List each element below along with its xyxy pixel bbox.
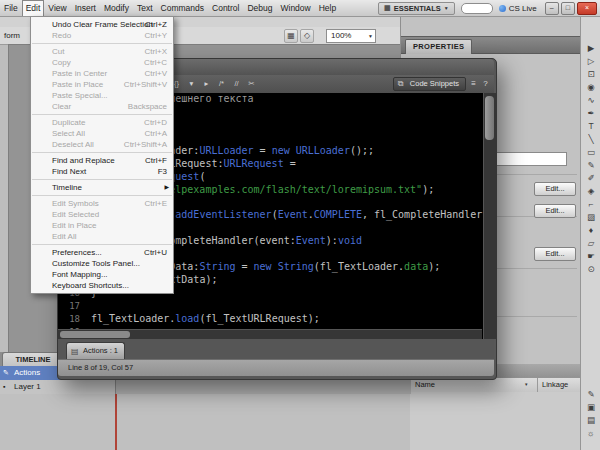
- application-bar: FileEditViewInsertModifyTextCommandsCont…: [0, 0, 600, 17]
- block-comment-icon[interactable]: /*: [214, 77, 229, 90]
- edit-scene-icon[interactable]: ▦: [284, 29, 298, 43]
- code-segment: );: [428, 261, 440, 272]
- edit-menu-item-undo-clear-frame-selection[interactable]: Undo Clear Frame SelectionCtrl+Z: [31, 19, 173, 30]
- free-transform-tool-icon[interactable]: ⊡: [581, 68, 600, 81]
- eraser-tool-icon[interactable]: ▱: [581, 237, 600, 250]
- edit-menu-item-paste-special[interactable]: Paste Special...: [31, 90, 173, 101]
- deco-tool-icon[interactable]: ◈: [581, 185, 600, 198]
- edit-button[interactable]: Edit...: [534, 204, 576, 218]
- library-list[interactable]: [400, 392, 581, 450]
- edit-menu-item-timeline[interactable]: Timeline▶: [31, 182, 173, 193]
- code-segment: =: [284, 158, 302, 169]
- brush-tool-icon[interactable]: ✐: [581, 172, 600, 185]
- help-icon[interactable]: ?: [480, 78, 491, 89]
- text-tool-icon[interactable]: T: [581, 120, 600, 133]
- line-tool-icon[interactable]: ╲: [581, 133, 600, 146]
- edit-menu-item-paste-in-place[interactable]: Paste in PlaceCtrl+Shift+V: [31, 79, 173, 90]
- edit-menu-item-paste-in-center[interactable]: Paste in CenterCtrl+V: [31, 68, 173, 79]
- fill-color-icon[interactable]: ▣: [581, 401, 600, 414]
- code-segment: URLLoader: [296, 145, 350, 156]
- edit-menu-item-copy[interactable]: CopyCtrl+C: [31, 57, 173, 68]
- restore-icon[interactable]: □: [561, 2, 575, 15]
- panel-menu-icon[interactable]: ≡: [468, 78, 479, 89]
- scrollbar-thumb[interactable]: [485, 96, 494, 140]
- hand-tool-icon[interactable]: ☛: [581, 250, 600, 263]
- collapse-selection-icon[interactable]: ▾: [184, 77, 199, 90]
- edit-menu-item-find-next[interactable]: Find NextF3: [31, 166, 173, 177]
- timeline-layer-row[interactable]: ▪Layer 1: [0, 380, 115, 394]
- menu-item-label: Font Mapping...: [52, 270, 108, 279]
- library-column-linkage: Linkage: [542, 380, 568, 389]
- menubar-item-commands[interactable]: Commands: [157, 0, 208, 16]
- edit-menu-item-deselect-all[interactable]: Deselect AllCtrl+Shift+A: [31, 139, 173, 150]
- menubar-item-window[interactable]: Window: [276, 0, 314, 16]
- menubar-item-edit[interactable]: Edit: [22, 0, 45, 16]
- menu-separator: [32, 179, 172, 180]
- code-line: 17: [58, 300, 494, 313]
- edit-menu-item-clear[interactable]: ClearBackspace: [31, 101, 173, 112]
- edit-menu-item-font-mapping[interactable]: Font Mapping...: [31, 269, 173, 280]
- menubar-item-debug[interactable]: Debug: [243, 0, 276, 16]
- timeline-playhead[interactable]: [115, 394, 117, 450]
- lasso-tool-icon[interactable]: ∿: [581, 94, 600, 107]
- menubar-item-view[interactable]: View: [44, 0, 70, 16]
- eyedropper-tool-icon[interactable]: ♦: [581, 224, 600, 237]
- stroke-color-icon[interactable]: ✎: [581, 388, 600, 401]
- edit-menu-item-select-all[interactable]: Select AllCtrl+A: [31, 128, 173, 139]
- edit-menu-item-redo[interactable]: RedoCtrl+Y: [31, 30, 173, 41]
- code-segment: data: [404, 261, 428, 272]
- edit-menu-item-edit-all[interactable]: Edit All: [31, 231, 173, 242]
- code-segment: addEventListener: [175, 209, 271, 220]
- expand-all-icon[interactable]: ▸: [199, 77, 214, 90]
- script-tab-actions[interactable]: ▤ Actions : 1: [66, 342, 125, 359]
- cs-live-button[interactable]: CS Live: [499, 4, 537, 13]
- chevron-down-icon: ▼: [368, 30, 373, 42]
- code-snippets-label: Code Snippets: [410, 79, 459, 88]
- zoom-tool-icon[interactable]: ⊙: [581, 263, 600, 276]
- menubar-item-insert[interactable]: Insert: [71, 0, 100, 16]
- edit-menu-item-customize-tools-panel[interactable]: Customize Tools Panel...: [31, 258, 173, 269]
- edit-button[interactable]: Edit...: [534, 247, 576, 261]
- menubar-item-help[interactable]: Help: [315, 0, 340, 16]
- menubar-item-text[interactable]: Text: [133, 0, 157, 16]
- rotation-3d-tool-icon[interactable]: ◉: [581, 81, 600, 94]
- close-icon[interactable]: ×: [577, 2, 597, 15]
- settings-icon[interactable]: ☼: [581, 427, 600, 440]
- pen-tool-icon[interactable]: ✒: [581, 107, 600, 120]
- zoom-select[interactable]: 100% ▼: [326, 29, 376, 43]
- edit-menu-item-preferences[interactable]: Preferences...Ctrl+U: [31, 247, 173, 258]
- edit-menu-item-edit-symbols[interactable]: Edit SymbolsCtrl+E: [31, 198, 173, 209]
- subselection-tool-icon[interactable]: ▷: [581, 55, 600, 68]
- pencil-tool-icon[interactable]: ✎: [581, 159, 600, 172]
- paint-bucket-tool-icon[interactable]: ▨: [581, 211, 600, 224]
- scrollbar-thumb[interactable]: [60, 331, 130, 338]
- line-comment-icon[interactable]: //: [229, 77, 244, 90]
- edit-menu-item-edit-in-place[interactable]: Edit in Place: [31, 220, 173, 231]
- workspace-switcher[interactable]: ▦ ESSENTIALS ▼: [378, 2, 455, 15]
- options-icon[interactable]: ▤: [581, 414, 600, 427]
- sort-arrow-icon[interactable]: ▾: [525, 381, 528, 387]
- menu-item-shortcut: Ctrl+V: [145, 68, 167, 79]
- edit-menu-item-keyboard-shortcuts[interactable]: Keyboard Shortcuts...: [31, 280, 173, 291]
- tab-timeline[interactable]: TIMELINE: [2, 352, 64, 367]
- editor-vertical-scrollbar[interactable]: [483, 93, 496, 339]
- edit-button[interactable]: Edit...: [534, 182, 576, 196]
- menubar-item-modify[interactable]: Modify: [100, 0, 133, 16]
- search-input[interactable]: [461, 3, 493, 14]
- edit-menu-item-duplicate[interactable]: DuplicateCtrl+D: [31, 117, 173, 128]
- edit-menu-item-edit-selected[interactable]: Edit Selected: [31, 209, 173, 220]
- menu-item-label: Duplicate: [52, 118, 85, 127]
- bone-tool-icon[interactable]: ⌐: [581, 198, 600, 211]
- edit-menu-item-find-and-replace[interactable]: Find and ReplaceCtrl+F: [31, 155, 173, 166]
- edit-symbol-icon[interactable]: ◇: [300, 29, 314, 43]
- rectangle-tool-icon[interactable]: ▭: [581, 146, 600, 159]
- minimize-icon[interactable]: –: [545, 2, 559, 15]
- uncomment-icon[interactable]: ✂: [244, 77, 259, 90]
- selection-tool-icon[interactable]: ▶: [581, 42, 600, 55]
- code-snippets-button[interactable]: ⧉ Code Snippets: [393, 77, 466, 91]
- menubar-item-file[interactable]: File: [0, 0, 22, 16]
- actions-status-bar: Line 8 of 19, Col 57: [58, 359, 494, 376]
- column-divider[interactable]: [537, 378, 538, 392]
- edit-menu-item-cut[interactable]: CutCtrl+X: [31, 46, 173, 57]
- menubar-item-control[interactable]: Control: [208, 0, 243, 16]
